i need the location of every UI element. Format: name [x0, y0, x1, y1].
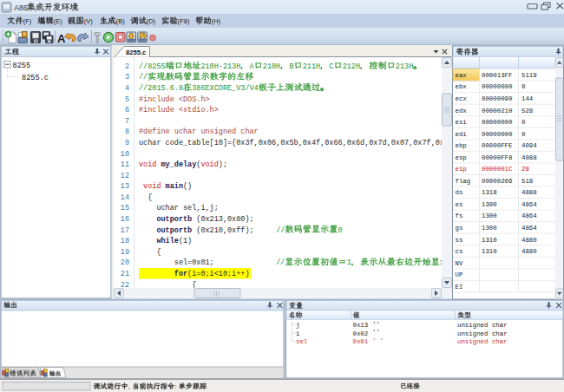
svg-text:esp: esp — [456, 154, 467, 161]
svg-text:14: 14 — [121, 193, 129, 202]
svg-text:EI: EI — [456, 284, 463, 291]
svg-text:NV: NV — [456, 260, 463, 267]
svg-text:sel=0x01;: sel=0x01; — [174, 258, 214, 267]
svg-text:21: 21 — [121, 270, 129, 278]
svg-text:for: for — [174, 270, 187, 278]
svg-text://: // — [276, 258, 285, 267]
svg-text:00000000: 00000000 — [482, 119, 512, 126]
svg-text:(H): (H) — [212, 17, 220, 25]
svg-text:0: 0 — [521, 131, 525, 138]
svg-text:sel: sel — [296, 338, 308, 345]
svg-text:000013FF: 000013FF — [482, 72, 512, 79]
svg-text:es: es — [456, 201, 463, 208]
svg-text:j: j — [296, 322, 299, 329]
svg-text:fs: fs — [456, 212, 463, 219]
svg-text:flag: flag — [456, 178, 471, 185]
svg-text:210H-213H: 210H-213H — [200, 62, 240, 71]
svg-text:0x02: 0x02 — [353, 330, 369, 337]
svg-text:0000001C: 0000001C — [482, 166, 513, 173]
svg-text:(V): (V) — [84, 17, 93, 25]
svg-text:eip: eip — [456, 166, 467, 173]
svg-text:4094: 4094 — [521, 142, 537, 149]
svg-text:0x13: 0x13 — [353, 322, 369, 329]
svg-text:main: main — [166, 182, 183, 191]
svg-text:18: 18 — [121, 237, 129, 245]
svg-text::: : — [174, 382, 176, 390]
svg-text:ebx: ebx — [456, 83, 468, 90]
svg-text:'': '' — [372, 321, 380, 328]
svg-text:15: 15 — [121, 204, 129, 212]
svg-text:(F): (F) — [23, 17, 31, 25]
svg-text:4088: 4088 — [521, 154, 537, 161]
svg-text:1: 1 — [347, 258, 351, 267]
svg-text:00000090: 00000090 — [482, 95, 512, 102]
svg-text://: // — [139, 73, 148, 82]
svg-text:4888: 4888 — [521, 189, 537, 196]
svg-text:#include <DOS.h>: #include <DOS.h> — [139, 95, 210, 104]
svg-text:0: 0 — [338, 226, 343, 235]
svg-text:8255.c: 8255.c — [126, 49, 146, 56]
svg-text:144: 144 — [521, 95, 534, 102]
svg-text:8255: 8255 — [13, 62, 31, 70]
svg-text:5119: 5119 — [521, 72, 537, 79]
svg-text:eax: eax — [456, 72, 468, 79]
svg-text:212H: 212H — [343, 62, 360, 71]
svg-text:(F8): (F8) — [178, 17, 190, 25]
svg-text:4864: 4864 — [521, 201, 537, 208]
svg-text:211H: 211H — [303, 62, 320, 71]
svg-text:ds: ds — [456, 189, 463, 196]
svg-text:edi: edi — [456, 131, 468, 138]
svg-text:(i=0;i<10;i++): (i=0;i<10;i++) — [187, 270, 249, 278]
svg-text:gs: gs — [456, 225, 463, 232]
svg-text:12: 12 — [121, 172, 129, 180]
svg-text:13: 13 — [121, 182, 129, 191]
svg-text:3: 3 — [125, 73, 129, 82]
svg-text:);: ); — [219, 160, 227, 169]
svg-text:11: 11 — [121, 160, 129, 169]
svg-text:0x01: 0x01 — [353, 338, 369, 345]
svg-text:00000210: 00000210 — [482, 108, 512, 114]
svg-text:10: 10 — [121, 150, 129, 159]
svg-text:void: void — [139, 160, 156, 169]
svg-text:0: 0 — [521, 83, 525, 90]
svg-text:1300: 1300 — [482, 225, 497, 232]
svg-text:A: A — [57, 32, 66, 45]
svg-text:19: 19 — [121, 248, 129, 257]
svg-text:00000FF8: 00000FF8 — [482, 154, 512, 161]
svg-text:outportb: outportb — [156, 226, 192, 235]
svg-text:edx: edx — [456, 108, 468, 114]
svg-text:void: void — [200, 160, 218, 169]
svg-text:unsigned char: unsigned char — [457, 322, 508, 329]
svg-text:528: 528 — [521, 108, 533, 114]
svg-text:#include <stdio.h>: #include <stdio.h> — [139, 106, 219, 114]
svg-text:ecx: ecx — [456, 95, 468, 102]
svg-text:00000000: 00000000 — [482, 131, 512, 138]
svg-text:8: 8 — [125, 127, 129, 136]
svg-text:uchar code_table[10]={0x3f,0x0: uchar code_table[10]={0x3f,0x06,0x5b,0x4… — [139, 139, 462, 147]
svg-text:4864: 4864 — [521, 212, 537, 219]
svg-text://: // — [276, 226, 285, 235]
svg-text:6: 6 — [125, 106, 129, 114]
svg-text:outportb: outportb — [156, 215, 192, 224]
svg-text:1300: 1300 — [482, 212, 497, 219]
svg-text:,: , — [128, 382, 130, 390]
svg-text:1310: 1310 — [482, 237, 497, 244]
svg-text:esi: esi — [456, 119, 468, 126]
svg-text:00000FFE: 00000FFE — [482, 142, 513, 149]
svg-text:9: 9 — [125, 139, 129, 147]
svg-text:#define uchar unsigned char: #define uchar unsigned char — [139, 127, 259, 136]
svg-text:i: i — [296, 330, 300, 337]
svg-text:7: 7 — [125, 117, 129, 126]
svg-text:my_delay: my_delay — [161, 160, 197, 169]
svg-text:A: A — [250, 62, 255, 71]
svg-text:1300: 1300 — [482, 201, 497, 208]
svg-text://2015.6.8: //2015.6.8 — [139, 84, 183, 93]
svg-text:ebp: ebp — [456, 142, 467, 149]
svg-text:8255.c: 8255.c — [22, 74, 49, 82]
svg-text:(0x213,0x80);: (0x213,0x80); — [196, 215, 253, 224]
svg-text:B: B — [289, 62, 293, 71]
svg-text:while: while — [156, 237, 179, 245]
svg-text:{: { — [156, 248, 161, 257]
svg-text:1318: 1318 — [482, 189, 497, 196]
svg-text://8255: //8255 — [139, 62, 166, 71]
